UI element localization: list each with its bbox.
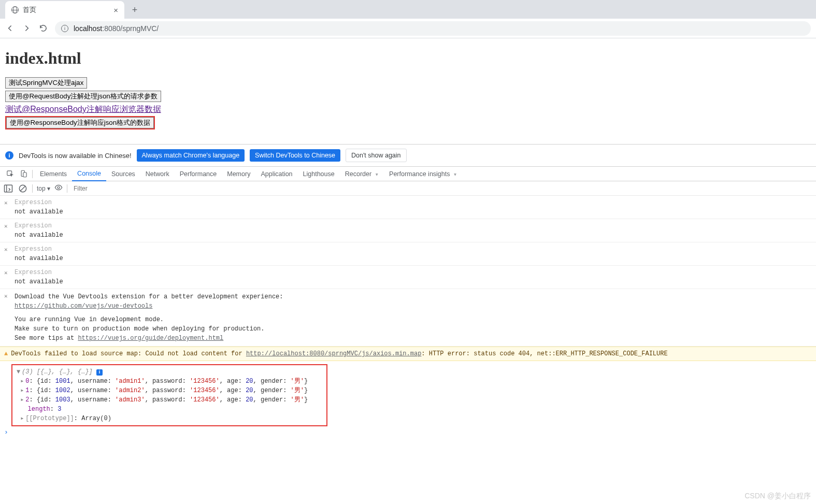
page-content: index.html 测试SpringMVC处理ajax 使用@RequestB… xyxy=(0,38,816,135)
console-output: ✕Expressionnot available✕Expressionnot a… xyxy=(0,196,816,439)
svg-point-5 xyxy=(58,186,60,189)
console-toolbar: top ▾ xyxy=(0,181,816,196)
array-item[interactable]: ▸0: {id: 1001, username: 'admin1', passw… xyxy=(17,377,322,386)
live-expression: ✕Expressionnot available xyxy=(0,196,816,219)
expand-icon[interactable]: ▸ xyxy=(20,377,25,386)
live-expression: ✕Expressionnot available xyxy=(0,219,816,242)
live-expression: ✕Expressionnot available xyxy=(0,266,816,289)
tab-lighthouse[interactable]: Lighthouse xyxy=(298,167,340,181)
tab-title: 首页 xyxy=(23,6,36,15)
match-language-button[interactable]: Always match Chrome's language xyxy=(137,149,245,162)
highlighted-button-box: 使用@ResponseBody注解响应json格式的数据 xyxy=(5,116,155,129)
browser-tab-bar: 首页 × + xyxy=(0,0,816,19)
back-button[interactable] xyxy=(5,24,15,33)
close-icon[interactable]: × xyxy=(113,6,118,15)
array-item[interactable]: ▸2: {id: 1003, username: 'admin3', passw… xyxy=(17,395,322,405)
infobar-text: DevTools is now available in Chinese! xyxy=(19,152,132,160)
requestbody-button[interactable]: 使用@RequestBody注解处理json格式的请求参数 xyxy=(5,91,161,102)
responsebody-link[interactable]: 测试@ResponseBody注解响应浏览器数据 xyxy=(5,104,161,115)
clear-console-icon[interactable] xyxy=(18,183,28,194)
console-warning: ▲DevTools failed to load source map: Cou… xyxy=(0,347,816,361)
omnibox[interactable]: i localhost:8080/sprngMVC/ xyxy=(55,21,811,36)
expand-icon[interactable]: ▼ xyxy=(17,367,22,377)
forward-button[interactable] xyxy=(22,24,31,33)
dont-show-button[interactable]: Don't show again xyxy=(346,149,407,162)
info-icon[interactable]: i xyxy=(96,369,103,376)
close-icon[interactable]: ✕ xyxy=(4,292,8,301)
tab-recorder[interactable]: Recorder xyxy=(340,167,384,181)
warning-icon: ▲ xyxy=(4,350,8,357)
site-info-icon[interactable]: i xyxy=(61,25,68,32)
deployment-link[interactable]: https://vuejs.org/guide/deployment.html xyxy=(78,335,223,342)
url-bar: i localhost:8080/sprngMVC/ xyxy=(0,19,816,38)
console-message: ✕ Download the Vue Devtools extension fo… xyxy=(0,289,816,347)
expand-icon[interactable]: ▸ xyxy=(20,386,25,395)
reload-button[interactable] xyxy=(38,24,48,33)
devtools-link[interactable]: https://github.com/vuejs/vue-devtools xyxy=(15,303,152,310)
browser-tab[interactable]: 首页 × xyxy=(5,1,124,19)
switch-chinese-button[interactable]: Switch DevTools to Chinese xyxy=(250,149,340,162)
live-expression: ✕Expressionnot available xyxy=(0,242,816,266)
scope-selector[interactable]: top ▾ xyxy=(37,185,50,192)
tab-memory[interactable]: Memory xyxy=(222,167,255,181)
close-icon[interactable]: ✕ xyxy=(4,269,8,278)
beaker-icon xyxy=(374,170,379,178)
console-object-output[interactable]: ▼(3) [{…}, {…}, {…}] i ▸0: {id: 1001, us… xyxy=(11,364,327,426)
sourcemap-link[interactable]: http://localhost:8080/sprngMVC/js/axios.… xyxy=(246,350,421,357)
close-icon[interactable]: ✕ xyxy=(4,246,8,254)
tab-perf-insights[interactable]: Performance insights xyxy=(384,167,462,181)
new-tab-button[interactable]: + xyxy=(127,3,142,17)
close-icon[interactable]: ✕ xyxy=(4,222,8,231)
responsebody-json-button[interactable]: 使用@ResponseBody注解响应json格式的数据 xyxy=(6,117,154,128)
beaker-icon xyxy=(452,170,457,178)
test-ajax-button[interactable]: 测试SpringMVC处理ajax xyxy=(5,77,87,89)
page-title: index.html xyxy=(5,49,811,68)
tab-application[interactable]: Application xyxy=(255,167,297,181)
expand-icon[interactable]: ▸ xyxy=(20,395,25,405)
device-icon[interactable] xyxy=(17,170,30,178)
devtools-tabs: Elements Console Sources Network Perform… xyxy=(0,167,816,181)
tab-sources[interactable]: Sources xyxy=(106,167,140,181)
console-sidebar-toggle-icon[interactable] xyxy=(3,183,13,194)
devtools-infobar: i DevTools is now available in Chinese! … xyxy=(0,144,816,167)
expand-icon[interactable]: ▸ xyxy=(20,414,25,423)
tab-performance[interactable]: Performance xyxy=(175,167,222,181)
close-icon[interactable]: ✕ xyxy=(4,199,8,208)
array-item[interactable]: ▸1: {id: 1002, username: 'admin2', passw… xyxy=(17,386,322,395)
info-icon: i xyxy=(5,151,13,160)
globe-icon xyxy=(11,6,19,13)
svg-rect-2 xyxy=(23,172,26,177)
svg-rect-3 xyxy=(5,185,12,192)
filter-input[interactable] xyxy=(71,184,816,193)
tab-elements[interactable]: Elements xyxy=(35,167,72,181)
inspect-icon[interactable] xyxy=(3,170,17,178)
url-text: localhost:8080/sprngMVC/ xyxy=(74,24,159,33)
tab-console[interactable]: Console xyxy=(72,167,106,181)
console-prompt[interactable]: › xyxy=(0,426,816,439)
live-expression-icon[interactable] xyxy=(54,183,63,193)
tab-network[interactable]: Network xyxy=(140,167,175,181)
